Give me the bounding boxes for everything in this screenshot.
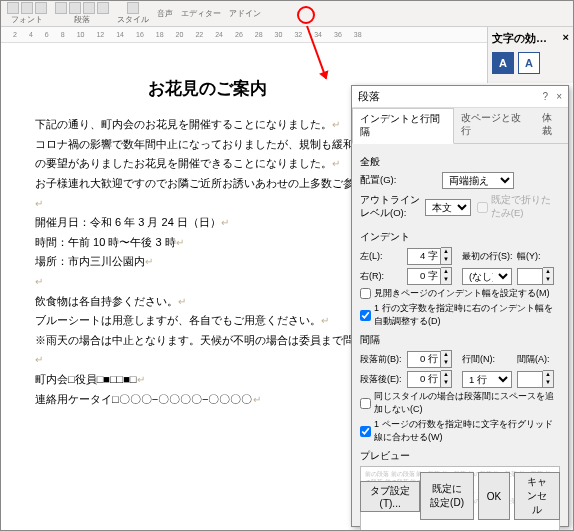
- spin-down-icon[interactable]: ▼: [441, 276, 451, 284]
- body-line: 時間：午前 10 時〜午後 3 時: [35, 236, 176, 248]
- space-after-input[interactable]: [407, 371, 441, 388]
- alignment-select[interactable]: 両端揃え: [442, 172, 514, 189]
- spin-up-icon[interactable]: ▲: [441, 371, 451, 379]
- font-color-icon[interactable]: [7, 2, 19, 14]
- spin-down-icon[interactable]: ▼: [441, 379, 451, 387]
- body-line: ブルーシートは用意しますが、各自でもご用意ください。: [35, 314, 321, 326]
- body-line: 開催月日：令和 6 年 3 月 24 日（日）: [35, 216, 221, 228]
- mirror-indent-checkbox[interactable]: [360, 288, 371, 299]
- space-before-input[interactable]: [407, 351, 441, 368]
- group-editor: エディター: [181, 8, 221, 19]
- firstline-label: 最初の行(S):: [462, 250, 514, 263]
- space-after-label: 段落後(E):: [360, 373, 404, 386]
- body-line: 飲食物は各自持参ください。: [35, 295, 178, 307]
- bullets-icon[interactable]: [55, 2, 67, 14]
- no-space-same-style-checkbox[interactable]: [360, 398, 371, 409]
- space-before-label: 段落前(B):: [360, 353, 404, 366]
- spin-down-icon[interactable]: ▼: [543, 379, 553, 387]
- text-fill-icon[interactable]: A: [492, 52, 514, 74]
- close-icon[interactable]: ×: [563, 31, 569, 46]
- body-line: ※雨天の場合は中止となります。天候が不明の場合は委員まで問い合: [35, 334, 376, 346]
- body-line: 町内会□役員□■□□■□: [35, 373, 137, 385]
- help-icon[interactable]: ?: [543, 91, 549, 102]
- section-preview: プレビュー: [360, 449, 560, 463]
- group-voice: 音声: [157, 8, 173, 19]
- spin-up-icon[interactable]: ▲: [543, 371, 553, 379]
- lineheight-select[interactable]: 1 行: [462, 371, 512, 388]
- body-line: の要望がありましたお花見を開催できることになりました。: [35, 157, 332, 169]
- body-line: 連絡用ケータイ□〇〇〇−〇〇〇〇−〇〇〇〇: [35, 393, 253, 405]
- section-spacing: 間隔: [360, 333, 560, 347]
- right-indent-label: 右(R):: [360, 270, 404, 283]
- close-icon[interactable]: ×: [556, 91, 562, 102]
- firstline-select[interactable]: (なし): [462, 268, 512, 285]
- paragraph-dialog: 段落 ?× インデントと行間隔 改ページと改行 体裁 全般 配置(G): 両端揃…: [351, 85, 569, 527]
- left-indent-label: 左(L):: [360, 250, 404, 263]
- section-general: 全般: [360, 155, 560, 169]
- pane-title: 文字の効…: [492, 31, 547, 46]
- tab-asian-typography[interactable]: 体裁: [535, 108, 568, 143]
- text-outline-icon[interactable]: A: [518, 52, 540, 74]
- group-paragraph: 段落: [74, 14, 90, 25]
- collapse-checkbox: [477, 202, 488, 213]
- spin-up-icon[interactable]: ▲: [441, 351, 451, 359]
- alignment-label: 配置(G):: [360, 174, 438, 187]
- collapse-label: 既定で折りたたみ(E): [491, 194, 560, 220]
- auto-indent-checkbox[interactable]: [360, 310, 371, 321]
- ok-button[interactable]: OK: [478, 472, 510, 520]
- set-default-button[interactable]: 既定に設定(D): [420, 472, 473, 520]
- ribbon: フォント 段落 スタイル 音声 エディター アドイン: [1, 1, 573, 27]
- snap-grid-label: 1 ページの行数を指定時に文字を行グリッド線に合わせる(W): [374, 418, 560, 444]
- cancel-button[interactable]: キャンセル: [514, 472, 560, 520]
- body-line: お子様連れ大歓迎ですのでお隣ご近所お誘いあわせの上多数ご参加く: [35, 177, 376, 189]
- body-line: 下記の通り、町内会のお花見を開催することになりました。: [35, 118, 332, 130]
- spin-up-icon[interactable]: ▲: [441, 248, 451, 256]
- tab-settings-button[interactable]: タブ設定(T)...: [360, 481, 420, 512]
- indent-icon[interactable]: [83, 2, 95, 14]
- lineamt-label: 間隔(A):: [517, 353, 557, 366]
- dialog-tabs: インデントと行間隔 改ページと改行 体裁: [352, 108, 568, 144]
- lineamt-input[interactable]: [517, 371, 543, 388]
- spin-down-icon[interactable]: ▼: [441, 359, 451, 367]
- dialog-title: 段落: [358, 89, 380, 104]
- tab-indent-spacing[interactable]: インデントと行間隔: [352, 108, 454, 144]
- sort-icon[interactable]: [97, 2, 109, 14]
- lineheight-label: 行間(N):: [462, 353, 514, 366]
- tab-line-page-breaks[interactable]: 改ページと改行: [454, 108, 535, 143]
- width-label: 幅(Y):: [517, 250, 557, 263]
- mirror-indent-label: 見開きページのインデント幅を設定する(M): [374, 287, 550, 300]
- snap-grid-checkbox[interactable]: [360, 426, 371, 437]
- outline-label: アウトライン レベル(O):: [360, 194, 421, 220]
- right-indent-input[interactable]: [407, 268, 441, 285]
- width-input[interactable]: [517, 268, 543, 285]
- left-indent-input[interactable]: [407, 248, 441, 265]
- document-page: お花見のご案内 下記の通り、町内会のお花見を開催することになりました。↵ コロナ…: [7, 45, 407, 420]
- page-title: お花見のご案内: [35, 75, 379, 102]
- clear-format-icon[interactable]: [35, 2, 47, 14]
- spin-up-icon[interactable]: ▲: [441, 268, 451, 276]
- group-styles: スタイル: [117, 14, 149, 25]
- group-font: フォント: [11, 14, 43, 25]
- spin-up-icon[interactable]: ▲: [543, 268, 553, 276]
- text-effects-pane: 文字の効…× A A: [487, 27, 573, 83]
- styles-icon[interactable]: [127, 2, 139, 14]
- highlight-icon[interactable]: [21, 2, 33, 14]
- group-addin: アドイン: [229, 8, 261, 19]
- body-line: 場所：市内三川公園内: [35, 255, 145, 267]
- outline-select[interactable]: 本文: [425, 199, 471, 216]
- auto-indent-label: 1 行の文字数を指定時に右のインデント幅を自動調整する(D): [374, 302, 560, 328]
- body-line: コロナ禍の影響で数年間中止になっておりましたが、規制も緩和され: [35, 138, 376, 150]
- numbering-icon[interactable]: [69, 2, 81, 14]
- spin-down-icon[interactable]: ▼: [543, 276, 553, 284]
- no-space-same-style-label: 同じスタイルの場合は段落間にスペースを追加しない(C): [374, 390, 560, 416]
- section-indent: インデント: [360, 230, 560, 244]
- spin-down-icon[interactable]: ▼: [441, 256, 451, 264]
